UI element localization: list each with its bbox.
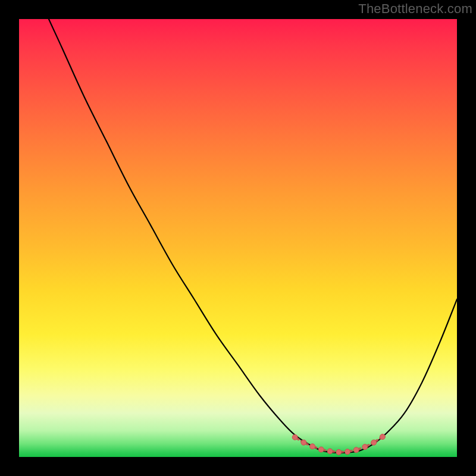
svg-point-18	[362, 444, 368, 450]
plot-area	[19, 19, 457, 457]
svg-point-20	[380, 434, 385, 440]
svg-point-12	[310, 444, 315, 449]
svg-point-19	[371, 440, 377, 445]
optimal-range-markers	[19, 19, 457, 457]
svg-point-17	[353, 447, 359, 453]
svg-point-14	[327, 449, 333, 454]
svg-point-16	[345, 449, 350, 455]
chart-frame: TheBottleneck.com	[0, 0, 476, 476]
svg-point-15	[336, 449, 342, 455]
svg-point-10	[292, 434, 298, 440]
svg-point-11	[301, 440, 306, 445]
svg-point-13	[318, 447, 324, 452]
watermark-text: TheBottleneck.com	[358, 1, 472, 17]
